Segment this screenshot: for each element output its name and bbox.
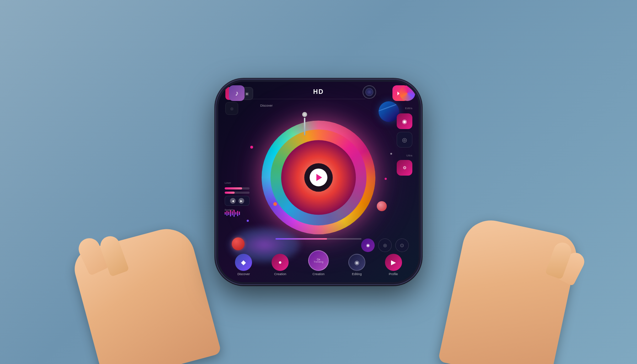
right-icon-1[interactable]: ◉ xyxy=(397,113,412,129)
float-dot-2 xyxy=(247,220,249,222)
playback-controls[interactable]: ◀ ▶ xyxy=(225,196,250,206)
app-scene: HD ◉ ▣ xyxy=(0,0,637,364)
main-content: HD ◉ ▣ xyxy=(218,82,419,282)
creation-icon-symbol: ● xyxy=(278,259,282,266)
beatinfo-label: Beatinfo xyxy=(225,209,250,211)
wave-bar-1 xyxy=(225,212,226,215)
slider-group: Liner ◀ ▶ Beatinfo xyxy=(225,181,250,211)
profile-icon-symbol: ▶ xyxy=(391,258,396,266)
nav-profile-icon: ▶ xyxy=(385,254,402,271)
play-button[interactable] xyxy=(310,168,327,186)
cluster-row-2: ◎ xyxy=(225,102,253,115)
nav-discover-label: Discover xyxy=(237,272,250,276)
nav-creation[interactable]: ● Creation xyxy=(272,254,289,276)
nav-profile-label: Profile xyxy=(389,272,398,276)
mic-decoration xyxy=(301,112,308,133)
nav-trending-label: Creation xyxy=(312,272,325,276)
nav-editing-icon: ◉ xyxy=(348,254,365,271)
music-note-icon: ♪ xyxy=(235,89,239,97)
sphere-icon xyxy=(400,85,415,101)
float-dot-1 xyxy=(250,146,253,149)
discover-label: Discover xyxy=(260,104,273,107)
nav-discover-icon: ◆ xyxy=(235,254,252,271)
nav-discover[interactable]: ◆ Discover xyxy=(235,254,252,276)
nav-creation-label: Creation xyxy=(274,272,286,276)
nav-editing-label: Editing xyxy=(352,272,362,276)
device-screen: HD ◉ ▣ xyxy=(218,82,419,282)
nav-trending-icon: Qa Trending xyxy=(308,250,329,271)
nav-profile[interactable]: ▶ Profile xyxy=(385,254,402,276)
prev-button[interactable]: ◀ xyxy=(230,198,236,204)
progress-bar-bg[interactable] xyxy=(275,238,362,240)
wave-bar-9 xyxy=(239,212,240,215)
slider-2-fill xyxy=(225,192,235,194)
right-panel-icons: Edit/a ◉ ◎ Ultra ⚙ xyxy=(397,107,412,176)
device: HD ◉ ▣ xyxy=(215,79,422,285)
nav-creation-icon: ● xyxy=(272,254,289,271)
disc-center xyxy=(304,163,333,192)
editing-icon-symbol: ◉ xyxy=(354,259,359,266)
top-icons-row: ♪ ⏭ xyxy=(218,85,419,101)
menu-icon: ◎ xyxy=(383,243,387,248)
slider-1[interactable] xyxy=(225,187,250,189)
slider-label: Liner xyxy=(225,181,250,184)
nav-editing[interactable]: ◉ Editing xyxy=(348,254,365,276)
top-left-icons: ♪ xyxy=(229,85,245,101)
wave-bar-3 xyxy=(228,212,229,215)
right-icon-3-symbol: ⚙ xyxy=(403,165,407,170)
trending-icon-inner: Qa Trending xyxy=(314,258,323,263)
dark-symbol: ◎ xyxy=(230,107,234,111)
wave-bar-5 xyxy=(232,211,233,215)
mini-icon-dark[interactable]: ◎ xyxy=(225,102,238,115)
music-icon-tile[interactable]: ♪ xyxy=(229,85,245,101)
planet-red xyxy=(377,201,387,211)
loop-icon: ◉ xyxy=(366,243,370,248)
float-dot-3 xyxy=(273,202,277,206)
nav-trending[interactable]: Qa Trending Creation xyxy=(308,250,329,276)
play-triangle-icon xyxy=(316,174,322,181)
edit-label: Edit/a xyxy=(397,107,412,110)
wave-bar-7 xyxy=(235,212,236,215)
progress-bar-fill xyxy=(275,238,327,240)
discover-icon-symbol: ◆ xyxy=(241,258,246,266)
float-dot-4 xyxy=(385,178,387,180)
right-icon-1-symbol: ◉ xyxy=(402,118,407,125)
bottom-nav: ◆ Discover ● Creation Qa xyxy=(218,250,419,276)
mic-head xyxy=(302,112,307,117)
slider-2[interactable] xyxy=(225,192,250,194)
wave-bar-8 xyxy=(237,211,238,216)
settings-icon: ⊙ xyxy=(400,242,404,248)
planet-decoration xyxy=(379,101,399,122)
central-disc xyxy=(262,121,375,234)
mic-stick xyxy=(304,118,305,135)
float-dot-5 xyxy=(390,153,392,155)
wave-bar-2 xyxy=(226,211,228,216)
ultra-label: Ultra xyxy=(397,154,412,157)
right-icon-2[interactable]: ◎ xyxy=(397,132,412,148)
hand-left xyxy=(70,223,222,364)
hand-right xyxy=(438,215,580,364)
right-icon-3[interactable]: ⚙ xyxy=(397,160,412,176)
slider-1-fill xyxy=(225,187,242,189)
right-icon-2-symbol: ◎ xyxy=(402,136,407,143)
next-button[interactable]: ▶ xyxy=(239,198,244,204)
